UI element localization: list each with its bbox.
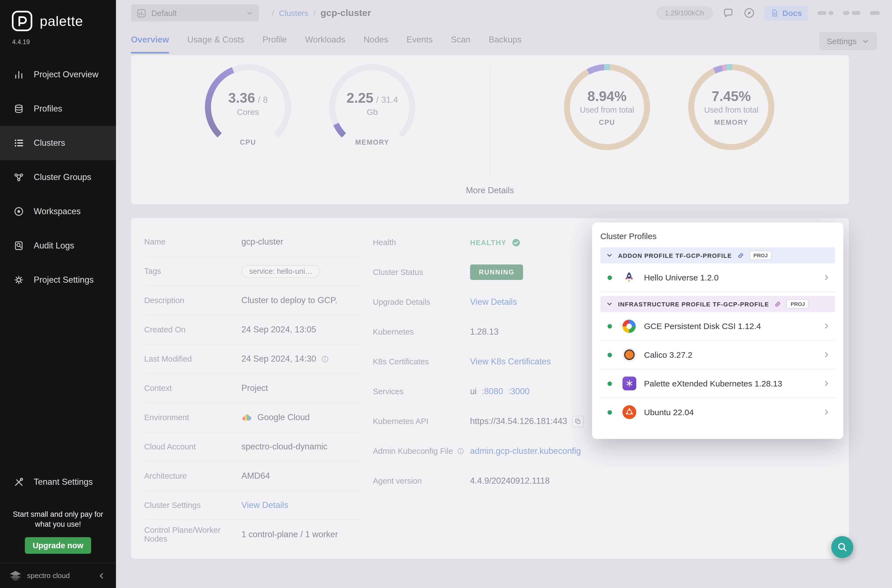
view-k8s-certificates-link[interactable]: View K8s Certificates <box>470 357 551 367</box>
project-selector[interactable]: Default <box>131 4 259 21</box>
tab-overview[interactable]: Overview <box>131 35 169 54</box>
nodes-icon <box>13 172 24 183</box>
detail-row-name: Name gcp-cluster <box>144 228 361 257</box>
health-status-text: HEALTHY <box>470 238 506 246</box>
tab-events[interactable]: Events <box>407 35 433 54</box>
tab-usage-costs[interactable]: Usage & Costs <box>187 35 245 54</box>
ubuntu-icon <box>622 405 636 419</box>
sidebar-collapse-button[interactable] <box>96 570 107 581</box>
main-area: Default / Clusters / gcp-cluster 1.29/10… <box>116 0 892 588</box>
tab-nodes[interactable]: Nodes <box>363 35 388 54</box>
chevron-down-icon <box>246 9 254 17</box>
upgrade-promo-text: Start small and only pay for what you us… <box>0 506 116 530</box>
status-badge: RUNNING <box>470 264 523 280</box>
rocket-icon <box>622 270 636 285</box>
detail-row-kubernetes-api: Kubernetes API https://34.54.126.181:443 <box>373 406 595 436</box>
tab-profile[interactable]: Profile <box>263 35 287 54</box>
breadcrumb: / Clusters / gcp-cluster <box>272 0 371 26</box>
sidebar-item-clusters[interactable]: Clusters <box>0 126 116 160</box>
masked-control-group <box>870 11 880 15</box>
sidebar-item-label: Profiles <box>34 104 62 114</box>
docs-button[interactable]: Docs <box>764 5 808 21</box>
tag-pill[interactable]: service: hello-uni… <box>241 265 320 278</box>
gauge-value: 3.36 <box>228 90 255 106</box>
upgrade-now-button[interactable]: Upgrade now <box>25 537 91 554</box>
tab-scan[interactable]: Scan <box>451 35 471 54</box>
profile-item-calico[interactable]: Calico 3.27.2 <box>601 340 835 369</box>
sidebar-item-project-settings[interactable]: Project Settings <box>0 263 116 297</box>
breadcrumb-clusters-link[interactable]: Clusters <box>279 9 308 17</box>
status-dot <box>608 410 612 414</box>
profile-section-header-infrastructure[interactable]: INFRASTRUCTURE PROFILE TF-GCP-PROFILE PR… <box>601 296 835 312</box>
service-port-link[interactable]: :3000 <box>508 387 530 396</box>
status-dot <box>608 352 612 357</box>
gce-disk-icon <box>622 319 636 333</box>
profile-section-label: INFRASTRUCTURE PROFILE TF-GCP-PROFILE <box>618 301 769 307</box>
sidebar-item-label: Tenant Settings <box>34 477 93 487</box>
app-version: 4.4.19 <box>0 32 116 45</box>
sidebar-item-workspaces[interactable]: Workspaces <box>0 194 116 229</box>
sidebar-item-cluster-groups[interactable]: Cluster Groups <box>0 160 116 194</box>
view-details-link[interactable]: View Details <box>470 297 517 307</box>
profile-item-name: Hello Universe 1.2.0 <box>644 273 719 282</box>
service-port-link[interactable]: :8080 <box>482 387 503 396</box>
scope-badge: PROJ <box>787 299 809 309</box>
gauge-unit: Cores <box>237 107 259 117</box>
sidebar-item-label: Cluster Groups <box>34 172 91 182</box>
page-title: gcp-cluster <box>321 8 371 18</box>
chevron-down-icon <box>862 37 869 45</box>
gauge-percent: 7.45% <box>712 88 751 104</box>
divider <box>490 64 491 178</box>
sidebar-item-project-overview[interactable]: Project Overview <box>0 57 116 92</box>
masked-control-group <box>817 11 833 15</box>
profile-section-header-addon[interactable]: ADDON PROFILE TF-GCP-PROFILE PROJ <box>601 248 835 263</box>
gauge-caption: Used from total <box>580 105 634 114</box>
detail-row-cluster-settings: Cluster Settings View Details <box>144 491 361 520</box>
calico-icon <box>622 348 636 362</box>
floating-search-button[interactable] <box>831 536 853 558</box>
gear-icon <box>13 274 24 285</box>
masked-control-group <box>843 11 860 15</box>
brand-name: palette <box>40 13 83 29</box>
layers-icon <box>13 103 24 114</box>
detail-row-k8s-certificates: K8s Certificates View K8s Certificates <box>373 347 595 376</box>
copy-button[interactable] <box>572 416 584 427</box>
info-icon[interactable] <box>457 447 464 455</box>
profile-item-pxk[interactable]: Palette eXtended Kubernetes 1.28.13 <box>601 369 835 398</box>
help-compass-button[interactable] <box>743 7 755 19</box>
profile-section-label: ADDON PROFILE TF-GCP-PROFILE <box>618 252 732 259</box>
sidebar-item-profiles[interactable]: Profiles <box>0 92 116 126</box>
detail-row-created-on: Created On 24 Sep 2024, 13:05 <box>144 315 361 345</box>
palette-logo-icon <box>11 10 33 32</box>
detail-row-cloud-account: Cloud Account spectro-cloud-dynamic <box>144 432 361 462</box>
cluster-profiles-title: Cluster Profiles <box>601 231 835 241</box>
detail-row-nodes: Control Plane/Worker Nodes 1 control-pla… <box>144 520 361 549</box>
settings-button[interactable]: Settings <box>819 32 877 50</box>
detail-row-upgrade-details: Upgrade Details View Details <box>373 287 595 317</box>
chevron-right-icon <box>822 379 831 388</box>
profile-item-hello-universe[interactable]: Hello Universe 1.2.0 <box>601 263 835 292</box>
profile-item-gce-disk[interactable]: GCE Persistent Disk CSI 1.12.4 <box>601 312 835 340</box>
link-icon <box>737 252 745 259</box>
view-details-link[interactable]: View Details <box>241 500 288 510</box>
chat-button[interactable] <box>722 7 734 19</box>
chevron-down-icon <box>606 252 613 259</box>
sidebar-item-label: Workspaces <box>34 207 81 216</box>
memory-usage-gauge: 2.25/31.4 Gb MEMORY <box>329 64 415 150</box>
sidebar-item-tenant-settings[interactable]: Tenant Settings <box>0 465 116 499</box>
breadcrumb-separator: / <box>313 9 315 17</box>
docs-button-label: Docs <box>782 9 802 17</box>
profile-item-ubuntu[interactable]: Ubuntu 22.04 <box>601 398 835 426</box>
more-details-toggle[interactable]: More Details <box>131 186 849 195</box>
sidebar-bottom: Tenant Settings Start small and only pay… <box>0 465 116 562</box>
gauge-unit: Gb <box>367 107 378 117</box>
info-icon[interactable] <box>321 355 329 363</box>
tab-backups[interactable]: Backups <box>489 35 522 54</box>
app-window: palette 4.4.19 Project Overview Profiles… <box>0 0 892 588</box>
pxk-icon <box>622 376 636 391</box>
tab-workloads[interactable]: Workloads <box>305 35 345 54</box>
sidebar-item-audit-logs[interactable]: Audit Logs <box>0 229 116 263</box>
kubeconfig-download-link[interactable]: admin.gcp-cluster.kubeconfig <box>470 446 581 456</box>
chevron-right-icon <box>822 351 831 359</box>
cpu-total-gauge: 8.94% Used from total CPU <box>564 64 650 150</box>
